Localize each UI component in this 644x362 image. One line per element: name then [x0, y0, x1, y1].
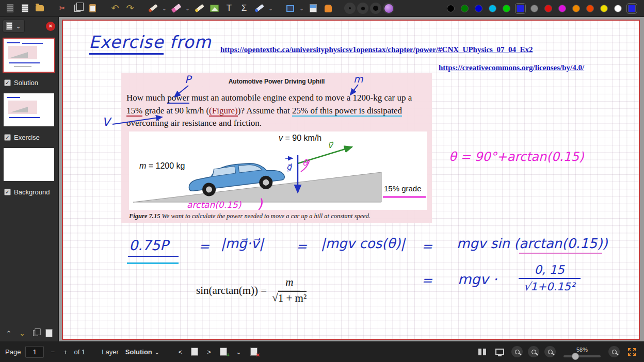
layer-row-solution[interactable]: ✓ Solution — [0, 78, 58, 87]
layer-thumbnail-solution[interactable] — [4, 93, 54, 126]
color-swatch-1[interactable] — [461, 5, 469, 12]
thickness-thick-button[interactable] — [370, 3, 381, 14]
thickness-thick-icon — [373, 6, 378, 11]
layer-select-dropdown[interactable]: Solution⌄ — [123, 347, 162, 357]
layer-label: Layer — [102, 348, 119, 356]
delete-layer-button[interactable]: ✕ — [248, 347, 260, 357]
identity-lhs: sin(arctan(m)) = — [196, 284, 267, 297]
zoom-percentage: 58% — [576, 347, 588, 353]
chevron-down-icon: ⌄ — [15, 22, 21, 30]
layer-preview-button[interactable] — [189, 347, 200, 357]
cut-button[interactable]: ✂ — [56, 2, 69, 15]
layer-visibility-checkbox[interactable]: ✓ — [4, 134, 11, 141]
color-picker-button[interactable] — [383, 3, 394, 14]
layer-row-exercise[interactable]: ✓ Exercise — [0, 133, 58, 142]
copy-button[interactable] — [71, 2, 84, 15]
sidebar-header: ⌄ ✕ — [0, 17, 58, 32]
color-swatch-6[interactable] — [530, 5, 538, 12]
zoom-out-icon — [548, 350, 553, 354]
highlighter-tool-button[interactable] — [169, 2, 183, 15]
document-canvas: Exercise from https://opentextbc.ca/univ… — [59, 17, 644, 341]
sidebar-close-button[interactable]: ✕ — [46, 22, 55, 31]
zoom-in-button[interactable] — [608, 346, 620, 357]
math-tex-tool-button[interactable]: Σ — [237, 2, 251, 15]
text-tool-button[interactable]: T — [222, 2, 236, 15]
grade-label: 15% grade — [384, 184, 422, 193]
presentation-mode-button[interactable] — [493, 348, 506, 356]
layer-visibility-checkbox[interactable]: ✓ — [4, 189, 11, 195]
page-decrement-button[interactable]: − — [49, 347, 57, 357]
g-vector-label: g⃗ — [286, 162, 293, 172]
thickness-fine-button[interactable] — [344, 3, 356, 14]
vertical-space-icon — [310, 4, 317, 12]
redo-button[interactable]: ↷ — [123, 2, 137, 15]
thickness-medium-button[interactable] — [357, 3, 368, 14]
image-icon — [210, 5, 219, 12]
status-bar: Page − + of 1 Layer Solution⌄ < > + ⌄ ✕ … — [0, 341, 644, 362]
hand-tool-button[interactable] — [321, 2, 335, 15]
save-button[interactable] — [3, 2, 17, 15]
zoom-out-button[interactable] — [544, 346, 556, 357]
layer-preview-icon — [191, 348, 198, 356]
color-swatch-8[interactable] — [558, 5, 566, 12]
identity-numerator: m — [278, 276, 300, 290]
pen-tool-button[interactable] — [146, 2, 159, 15]
layer-thumbnail-exercise[interactable] — [4, 148, 54, 181]
color-swatch-5[interactable] — [517, 5, 524, 12]
color-swatch-11[interactable] — [600, 5, 608, 12]
zoom-slider-knob[interactable] — [572, 353, 579, 360]
open-document-button[interactable] — [33, 2, 46, 15]
layer-visibility-checkbox[interactable]: ✓ — [4, 79, 11, 86]
dual-page-view-button[interactable] — [476, 348, 488, 356]
prev-layer-button[interactable]: < — [176, 347, 185, 357]
highlighter-icon — [171, 4, 181, 13]
duplicate-layer-button[interactable] — [29, 327, 42, 339]
paste-button[interactable] — [86, 2, 99, 15]
color-swatch-7[interactable] — [544, 5, 552, 12]
zoom-fit-button[interactable] — [511, 346, 523, 357]
chevron-down-icon: ⌄ — [154, 348, 160, 356]
mass-label: m = 1200 kg — [139, 161, 185, 170]
zoom-slider[interactable] — [564, 355, 601, 357]
sidebar-tab-selector[interactable]: ⌄ — [3, 20, 25, 32]
notebook-page[interactable]: Exercise from https://opentextbc.ca/univ… — [62, 20, 640, 340]
image-tool-button[interactable] — [207, 2, 221, 15]
next-layer-button[interactable]: > — [205, 347, 213, 357]
color-swatch-10[interactable] — [586, 5, 594, 12]
color-swatch-9[interactable] — [572, 5, 580, 12]
highlighter-options-chevron[interactable]: ⌄ — [184, 2, 191, 15]
fullscreen-button[interactable] — [625, 346, 639, 358]
layer-row-background[interactable]: ✓ Background — [0, 187, 58, 196]
select-rect-button[interactable] — [283, 2, 297, 15]
undo-button[interactable]: ↶ — [108, 2, 122, 15]
select-options-chevron[interactable]: ⌄ — [298, 2, 305, 15]
xournal-app: ✂ ↶ ↷ ⌄ ⌄ T Σ ⌄ ⌄ ⌄ ✕ — [0, 0, 644, 362]
duplicate-icon — [33, 330, 38, 336]
thickness-fine-icon — [349, 7, 351, 9]
zoom-100-button[interactable] — [528, 346, 539, 357]
page-increment-button[interactable]: + — [61, 347, 70, 357]
shape-options-chevron[interactable]: ⌄ — [267, 2, 274, 15]
radical-sign: √ — [272, 291, 278, 304]
page-preview-thumbnail[interactable] — [4, 39, 54, 72]
move-layer-down-button[interactable]: ⌄ — [16, 327, 28, 339]
eraser-tool-button[interactable] — [192, 2, 206, 15]
shape-recognizer-button[interactable] — [252, 2, 266, 15]
color-swatch-0[interactable] — [447, 5, 455, 12]
color-swatch-12[interactable] — [614, 5, 622, 12]
add-layer-button[interactable]: + — [218, 347, 229, 357]
move-layer-up-button[interactable]: ⌃ — [3, 327, 15, 339]
color-swatch-3[interactable] — [489, 5, 496, 12]
vertical-space-button[interactable] — [307, 2, 320, 15]
color-swatch-4[interactable] — [503, 5, 510, 12]
color-swatch-2[interactable] — [475, 5, 482, 12]
note-m-label: m — [353, 73, 363, 85]
merge-layer-button[interactable] — [43, 327, 55, 339]
new-document-button[interactable] — [18, 2, 31, 15]
license-link-text: https://creativecommons.org/licenses/by/… — [439, 63, 584, 72]
pen-options-chevron[interactable]: ⌄ — [161, 2, 168, 15]
color-swatch-13[interactable] — [628, 5, 636, 12]
add-layer-chevron[interactable]: ⌄ — [234, 347, 244, 357]
page-number-input[interactable] — [25, 346, 44, 358]
fullscreen-icon — [627, 347, 637, 357]
